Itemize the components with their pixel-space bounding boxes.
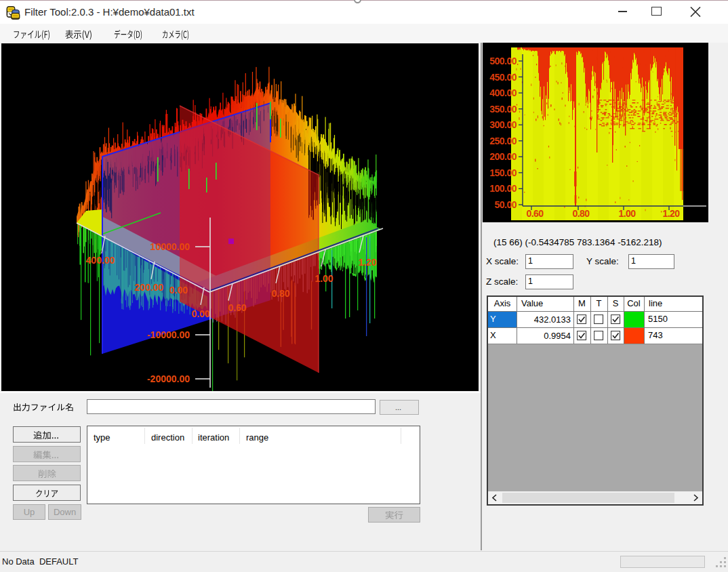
svg-text:200.00: 200.00 <box>489 151 517 162</box>
svg-text:0.00: 0.00 <box>191 308 209 319</box>
svg-text:0.80: 0.80 <box>572 208 590 219</box>
svg-text:1.20: 1.20 <box>662 208 680 219</box>
svg-text:0.60: 0.60 <box>228 302 246 313</box>
svg-text:-20000.00: -20000.00 <box>147 373 190 384</box>
svg-text:400.00: 400.00 <box>489 87 517 98</box>
svg-text:300.00: 300.00 <box>489 119 517 130</box>
svg-text:500.00: 500.00 <box>489 56 517 66</box>
svg-text:50.00: 50.00 <box>494 199 517 210</box>
svg-text:0.80: 0.80 <box>271 288 289 299</box>
svg-text:1.20: 1.20 <box>358 257 376 268</box>
svg-text:1.00: 1.00 <box>618 208 636 219</box>
svg-text:150.00: 150.00 <box>489 167 517 178</box>
svg-text:-10000.00: -10000.00 <box>147 329 190 340</box>
svg-text:200.00: 200.00 <box>135 282 164 293</box>
svg-text:0.60: 0.60 <box>526 208 544 219</box>
svg-text:0.00: 0.00 <box>169 285 188 295</box>
svg-text:450.00: 450.00 <box>489 72 517 83</box>
svg-text:1.00: 1.00 <box>315 273 333 284</box>
svg-text:10000.00: 10000.00 <box>150 241 190 252</box>
svg-text:250.00: 250.00 <box>489 136 517 146</box>
svg-text:350.00: 350.00 <box>489 104 517 115</box>
svg-text:100.00: 100.00 <box>489 183 517 194</box>
svg-text:400.00: 400.00 <box>86 255 115 266</box>
